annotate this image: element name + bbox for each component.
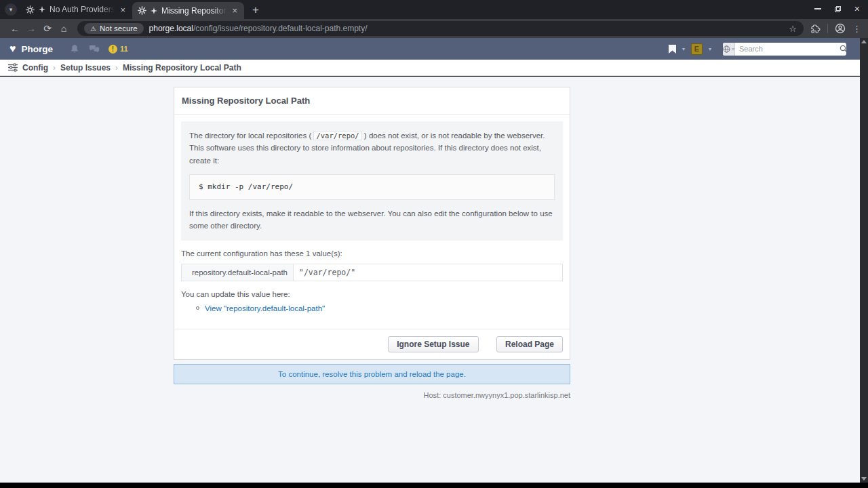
browser-tab-strip: ▾ No Auth Providers × Missing Repo bbox=[0, 0, 868, 19]
config-value: "/var/repo/" bbox=[294, 264, 563, 281]
breadcrumb-separator: › bbox=[53, 63, 56, 73]
breadcrumb-separator: › bbox=[115, 63, 118, 73]
tab-close-icon[interactable]: × bbox=[119, 5, 127, 15]
breadcrumb: Config › Setup Issues › Missing Reposito… bbox=[0, 60, 860, 76]
extensions-icon[interactable] bbox=[810, 24, 821, 34]
menu-kebab-icon[interactable]: ⋮ bbox=[852, 24, 861, 33]
scroll-down-arrow-icon[interactable] bbox=[861, 477, 867, 481]
sparkle-icon bbox=[151, 7, 157, 14]
url-path: /config/issue/repository.default-local-p… bbox=[193, 24, 368, 33]
not-secure-label: Not secure bbox=[100, 24, 138, 33]
profile-icon[interactable] bbox=[835, 23, 846, 34]
issue-title: Missing Repository Local Path bbox=[174, 87, 570, 115]
setup-issue-card: Missing Repository Local Path The direct… bbox=[174, 87, 570, 360]
reload-page-button[interactable]: Reload Page bbox=[496, 336, 563, 352]
issue-description-2: If this directory exists, make it readab… bbox=[189, 207, 555, 232]
notifications-bell-icon[interactable] bbox=[70, 44, 79, 54]
resolve-notice-banner: To continue, resolve this problem and re… bbox=[174, 364, 570, 384]
favorites-bookmark-icon[interactable] bbox=[669, 45, 676, 54]
home-button[interactable]: ⌂ bbox=[56, 20, 72, 37]
sparkle-icon bbox=[39, 6, 45, 13]
table-row: repository.default-local-path "/var/repo… bbox=[182, 264, 563, 281]
ignore-setup-issue-button[interactable]: Ignore Setup Issue bbox=[388, 336, 478, 352]
gear-favicon-icon bbox=[26, 5, 35, 14]
breadcrumb-current: Missing Repository Local Path bbox=[123, 63, 241, 73]
tab-title: No Auth Providers bbox=[50, 5, 115, 14]
update-hint: You can update this value here: bbox=[181, 290, 563, 298]
issue-actions: Ignore Setup Issue Reload Page bbox=[174, 329, 570, 359]
chevron-down-icon: ▾ bbox=[732, 46, 734, 52]
chevron-down-icon: ▾ bbox=[9, 6, 13, 13]
address-bar[interactable]: ⚠ Not secure phorge.local/config/issue/r… bbox=[77, 21, 804, 36]
list-item: View "repository.default-local-path" bbox=[196, 304, 563, 312]
tab-search-button[interactable]: ▾ bbox=[5, 3, 17, 16]
phorge-header: ♥ Phorge ! 11 ▾ E ▾ ▾ bbox=[0, 38, 860, 60]
url-text: phorge.local/config/issue/repository.def… bbox=[149, 24, 368, 33]
toolbar-divider bbox=[827, 24, 828, 33]
desktop-edge bbox=[0, 483, 868, 488]
chevron-down-icon[interactable]: ▾ bbox=[709, 46, 711, 52]
page-body: Missing Repository Local Path The direct… bbox=[0, 77, 860, 483]
search-icon[interactable] bbox=[840, 45, 846, 53]
back-button[interactable]: ← bbox=[7, 20, 23, 37]
gear-favicon-icon bbox=[138, 6, 146, 15]
new-tab-button[interactable]: + bbox=[247, 1, 264, 19]
issue-instructions: The directory for local repositories ( /… bbox=[181, 121, 563, 241]
config-table: repository.default-local-path "/var/repo… bbox=[181, 264, 563, 281]
browser-toolbar: ← → ⟳ ⌂ ⚠ Not secure phorge.local/config… bbox=[0, 19, 868, 38]
chevron-down-icon[interactable]: ▾ bbox=[682, 46, 685, 52]
breadcrumb-setup-issues[interactable]: Setup Issues bbox=[60, 63, 111, 73]
user-avatar[interactable]: E bbox=[691, 43, 703, 55]
setup-alerts[interactable]: ! 11 bbox=[108, 45, 128, 54]
global-search: ▾ bbox=[723, 43, 846, 56]
config-intro: The current configuration has these 1 va… bbox=[181, 249, 563, 258]
view-config-link[interactable]: View "repository.default-local-path" bbox=[205, 304, 325, 312]
search-input[interactable] bbox=[735, 45, 840, 53]
alert-exclamation-icon: ! bbox=[108, 45, 117, 54]
phorge-brand[interactable]: Phorge bbox=[22, 44, 54, 54]
url-domain: phorge.local bbox=[149, 24, 193, 33]
chat-bubbles-icon[interactable] bbox=[89, 44, 100, 54]
host-line: Host: customer.nwyynyx1.pop.starlinkisp.… bbox=[174, 391, 570, 399]
bullet-icon bbox=[196, 306, 199, 310]
tab-close-icon[interactable]: × bbox=[231, 5, 239, 16]
config-key: repository.default-local-path bbox=[182, 264, 294, 281]
breadcrumb-config[interactable]: Config bbox=[22, 63, 48, 73]
reload-button[interactable]: ⟳ bbox=[39, 20, 56, 37]
shell-command: $ mkdir -p /var/repo/ bbox=[189, 174, 555, 200]
tab-missing-repository[interactable]: Missing Repository Local Path × bbox=[132, 2, 244, 19]
window-restore-button[interactable] bbox=[835, 6, 841, 12]
page-scrollbar[interactable] bbox=[860, 38, 868, 483]
forward-button[interactable]: → bbox=[23, 20, 39, 37]
issue-description-pre: The directory for local repositories ( bbox=[189, 131, 311, 140]
window-close-button[interactable]: × bbox=[854, 4, 860, 14]
scroll-up-arrow-icon[interactable] bbox=[861, 40, 867, 43]
not-secure-chip[interactable]: ⚠ Not secure bbox=[84, 23, 144, 34]
bookmark-star-icon[interactable]: ☆ bbox=[789, 24, 797, 34]
phorge-logo-heart-icon[interactable]: ♥ bbox=[9, 43, 16, 55]
tab-title: Missing Repository Local Path bbox=[161, 6, 226, 16]
globe-icon bbox=[723, 45, 730, 53]
search-scope-button[interactable]: ▾ bbox=[723, 43, 735, 56]
window-minimize-button[interactable] bbox=[814, 8, 821, 9]
config-app-icon bbox=[8, 63, 18, 72]
screen: ▾ No Auth Providers × Missing Repo bbox=[0, 0, 868, 488]
alert-count: 11 bbox=[120, 45, 128, 53]
tab-no-auth-providers[interactable]: No Auth Providers × bbox=[20, 0, 132, 19]
inline-code-path: /var/repo/ bbox=[313, 131, 361, 140]
warning-icon: ⚠ bbox=[90, 25, 96, 33]
